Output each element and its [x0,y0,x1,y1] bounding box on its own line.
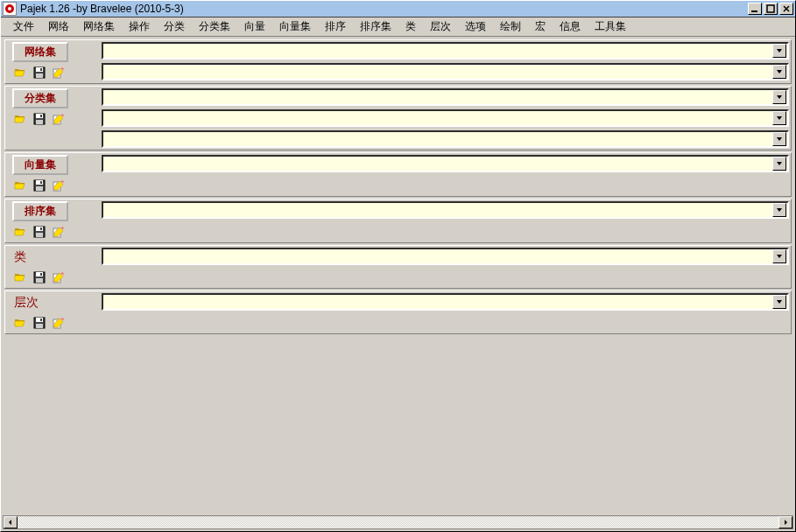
panel-1: 分类集 [4,86,792,150]
menu-item-3[interactable]: 操作 [122,18,157,36]
svg-rect-6 [40,68,42,71]
panel-label-button-1[interactable]: 分类集 [12,88,68,108]
svg-rect-22 [36,233,43,237]
client-area: 网络集分类集向量集排序集类层次 [3,38,793,514]
save-icon[interactable] [30,64,49,81]
horizontal-scrollbar[interactable] [3,515,793,529]
menu-item-7[interactable]: 向量集 [272,18,318,36]
combo-1-2[interactable] [102,130,789,148]
combo-stack-5 [102,293,789,311]
combo-1-1[interactable] [102,109,789,127]
combo-4-0[interactable] [102,248,789,265]
menu-item-15[interactable]: 信息 [553,18,588,36]
panel-label-5: 层次 [7,293,102,312]
chevron-down-icon[interactable] [772,157,786,171]
combo-stack-4 [102,248,789,265]
panel-left-1: 分类集 [7,88,102,128]
menu-item-13[interactable]: 绘制 [493,18,528,36]
main-window: Pajek 1.26 -by Bravelee (2010-5-3) 文件网络网… [0,0,796,532]
svg-point-1 [8,7,11,10]
edit-icon[interactable] [49,223,68,241]
chevron-down-icon[interactable] [772,90,786,104]
menu-item-8[interactable]: 排序 [318,18,353,36]
scroll-track[interactable] [18,516,778,528]
svg-rect-2 [751,10,757,12]
save-icon[interactable] [30,110,49,128]
svg-rect-26 [40,273,42,276]
combo-stack-1 [102,88,789,148]
panel-4: 类 [4,245,792,289]
edit-icon[interactable] [49,314,68,332]
chevron-down-icon[interactable] [772,111,786,125]
chevron-down-icon[interactable] [772,295,786,309]
edit-icon[interactable] [49,269,68,286]
menu-item-12[interactable]: 选项 [458,18,493,36]
panel-label-button-0[interactable]: 网络集 [12,42,68,62]
combo-stack-0 [102,42,789,80]
combo-3-0[interactable] [102,201,789,219]
minimize-button[interactable] [748,3,762,15]
edit-icon[interactable] [49,177,68,194]
folder-open-icon[interactable] [11,269,30,286]
maximize-button[interactable] [764,3,778,15]
svg-rect-7 [36,74,43,78]
panel-label-4: 类 [7,248,102,267]
svg-rect-3 [767,5,774,12]
combo-0-1[interactable] [102,63,789,80]
menu-item-5[interactable]: 分类集 [192,18,237,36]
menu-item-1[interactable]: 网络 [41,18,76,36]
folder-open-icon[interactable] [11,314,30,332]
scroll-right-button[interactable] [778,516,792,528]
panel-3: 排序集 [4,199,792,243]
svg-rect-11 [40,115,42,117]
chevron-down-icon[interactable] [772,132,786,146]
menu-item-11[interactable]: 层次 [423,18,458,36]
menu-item-0[interactable]: 文件 [6,18,41,36]
folder-open-icon[interactable] [11,64,30,81]
svg-rect-27 [36,278,43,283]
svg-rect-21 [40,228,42,230]
app-icon [3,2,17,16]
folder-open-icon[interactable] [11,110,30,128]
panel-label-button-2[interactable]: 向量集 [12,155,68,175]
menu-item-9[interactable]: 排序集 [353,18,398,36]
edit-icon[interactable] [49,110,68,128]
svg-rect-16 [40,181,42,184]
menu-item-2[interactable]: 网络集 [76,18,122,36]
chevron-down-icon[interactable] [772,203,786,217]
panel-0: 网络集 [4,39,792,84]
panel-label-button-3[interactable]: 排序集 [12,201,68,221]
combo-5-0[interactable] [102,293,789,311]
combo-0-0[interactable] [102,42,789,60]
folder-open-icon[interactable] [11,177,30,194]
chevron-down-icon[interactable] [772,44,786,58]
edit-icon[interactable] [49,64,68,81]
panel-left-0: 网络集 [7,42,102,81]
window-buttons [748,3,793,15]
close-button[interactable] [779,3,793,15]
menu-item-6[interactable]: 向量 [237,18,272,36]
save-icon[interactable] [30,177,49,194]
chevron-down-icon[interactable] [772,65,786,79]
svg-rect-32 [36,324,43,328]
save-icon[interactable] [30,269,49,286]
menu-item-10[interactable]: 类 [398,18,423,36]
scroll-left-button[interactable] [4,516,18,528]
chevron-down-icon[interactable] [772,249,786,263]
svg-rect-31 [40,318,42,321]
svg-rect-12 [36,120,43,124]
combo-2-0[interactable] [102,155,789,172]
menu-item-16[interactable]: 工具集 [588,18,633,36]
combo-1-0[interactable] [102,88,789,106]
combo-stack-3 [102,201,789,219]
svg-rect-17 [36,186,43,191]
panel-left-3: 排序集 [7,201,102,241]
folder-open-icon[interactable] [11,223,30,241]
panel-left-5: 层次 [7,293,102,332]
save-icon[interactable] [30,314,49,332]
titlebar: Pajek 1.26 -by Bravelee (2010-5-3) [1,1,795,18]
combo-stack-2 [102,155,789,172]
save-icon[interactable] [30,223,49,241]
menu-item-4[interactable]: 分类 [157,18,192,36]
menu-item-14[interactable]: 宏 [528,18,553,36]
